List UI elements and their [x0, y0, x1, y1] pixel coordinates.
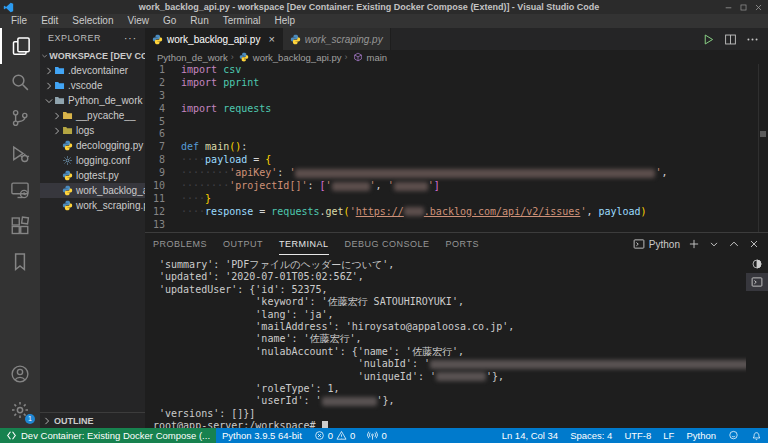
tree-item-label: __pycache__ [76, 110, 136, 121]
line-number: 6 [145, 128, 181, 141]
tab-label: work_backlog_api.py [167, 34, 260, 45]
menu-help[interactable]: Help [268, 14, 303, 28]
tree-item-decologging.py[interactable]: decologging.py [40, 138, 145, 153]
tree-item-__pycache__[interactable]: __pycache__ [40, 108, 145, 123]
menu-file[interactable]: File [4, 14, 34, 28]
workspace-section-header[interactable]: WORKSPACE [DEV CONTAIN... [40, 48, 145, 63]
status-feedback[interactable] [722, 430, 745, 441]
minimize-button[interactable] [724, 3, 733, 12]
panel-tab-debug-console[interactable]: DEBUG CONSOLE [345, 233, 430, 255]
shell-label: Python [649, 239, 680, 250]
outline-section[interactable]: OUTLINE [40, 412, 145, 428]
status-problems[interactable]: 00 [308, 430, 362, 441]
tree-item-logging.conf[interactable]: logging.conf [40, 153, 145, 168]
redacted-text [394, 182, 428, 191]
breadcrumb-item[interactable]: main [367, 52, 388, 63]
activity-settings[interactable]: 1 [0, 392, 40, 428]
more-actions-button[interactable] [746, 33, 759, 46]
chevron-right-icon [42, 416, 52, 426]
status-python-interpreter[interactable]: Python 3.9.5 64-bit [216, 430, 308, 441]
line-number: 5 [145, 116, 181, 129]
window-title: work_backlog_api.py - workspace [Dev Con… [14, 2, 724, 12]
panel-tab-problems[interactable]: PROBLEMS [153, 233, 207, 255]
menu-view[interactable]: View [121, 14, 157, 28]
tree-item-.vscode[interactable]: .vscode [40, 78, 145, 93]
chevron-right-icon [52, 126, 62, 136]
menu-go[interactable]: Go [156, 14, 183, 28]
maximize-panel-button[interactable] [728, 238, 740, 250]
terminal-python[interactable] [746, 255, 768, 273]
line-number: 12 [145, 206, 181, 219]
tree-item-label: work_scraping.py [76, 200, 145, 211]
editor-scrollbar[interactable] [758, 64, 768, 232]
activity-source-control[interactable] [0, 100, 40, 136]
tree-item-work_backlog_a...[interactable]: work_backlog_a... [40, 183, 145, 198]
breadcrumb-item[interactable]: work_backlog_api.py [253, 52, 342, 63]
panel-tab-ports[interactable]: PORTS [446, 233, 479, 255]
sidebar-more-actions[interactable]: ··· [124, 33, 137, 44]
status-indentation[interactable]: Spaces: 4 [564, 430, 618, 441]
tree-item-python_de_work[interactable]: Python_de_work [40, 93, 145, 108]
tab-close-button[interactable]: × [268, 33, 274, 45]
tree-item-logs[interactable]: logs [40, 123, 145, 138]
status-encoding[interactable]: UTF-8 [618, 430, 657, 441]
activity-run-and-debug[interactable] [0, 136, 40, 172]
panel-tab-terminal[interactable]: TERMINAL [279, 233, 329, 255]
remote-indicator[interactable]: Dev Container: Existing Docker Compose (… [0, 428, 216, 443]
activity-bookmarks[interactable] [0, 244, 40, 280]
redacted-text [295, 169, 655, 178]
run-python-file-button[interactable] [702, 33, 715, 46]
menu-selection[interactable]: Selection [65, 14, 120, 28]
terminal-line: 'name': '佐藤宏行', [153, 333, 746, 345]
account-icon [10, 364, 30, 384]
folder-icon [62, 110, 73, 121]
menu-edit[interactable]: Edit [34, 14, 65, 28]
tab-label: work_scraping.py [305, 34, 383, 45]
menu-run[interactable]: Run [183, 14, 215, 28]
terminal-line: 'summary': 'PDFファイルのヘッダーについて', [153, 259, 746, 271]
terminal-dropdown-button[interactable] [708, 238, 720, 250]
shell-selector[interactable]: Python [633, 238, 680, 250]
close-button[interactable] [754, 3, 763, 12]
python-icon [152, 34, 163, 45]
terminal-line: 'roleType': 1, [153, 383, 746, 395]
tree-item-logtest.py[interactable]: logtest.py [40, 168, 145, 183]
close-panel-button[interactable] [748, 238, 760, 250]
terminal-prompt[interactable]: root@app-server:/workspace# [153, 420, 746, 428]
terminal-output[interactable]: 'summary': 'PDFファイルのヘッダーについて', 'updated'… [145, 255, 746, 428]
breadcrumb: Python_de_work›work_backlog_api.py›main [145, 50, 768, 64]
activity-extensions[interactable] [0, 208, 40, 244]
status-eol[interactable]: LF [657, 430, 680, 441]
terminal-cursor [322, 421, 328, 428]
folder-icon [54, 95, 65, 106]
panel-tab-output[interactable]: OUTPUT [223, 233, 263, 255]
status-cursor-position[interactable]: Ln 14, Col 34 [496, 430, 565, 441]
editor-column: work_backlog_api.py × work_scraping.py P… [145, 28, 768, 428]
tree-item-work_scraping.py[interactable]: work_scraping.py [40, 198, 145, 213]
code-line: 6 [145, 128, 768, 141]
activity-search[interactable] [0, 64, 40, 100]
split-editor-button[interactable] [724, 33, 737, 46]
terminal-bash[interactable] [746, 273, 768, 291]
status-bar-right: Ln 14, Col 34Spaces: 4UTF-8LFPython [496, 430, 768, 441]
activity-remote-explorer[interactable] [0, 172, 40, 208]
run-debug-icon [10, 144, 30, 164]
status-language-mode[interactable]: Python [680, 430, 722, 441]
line-number: 2 [145, 77, 181, 90]
code-line: 10········'projectId[]': ['', ''] [145, 180, 768, 193]
status-notifications[interactable] [745, 430, 768, 441]
activity-explorer[interactable] [0, 28, 40, 64]
new-terminal-button[interactable] [688, 238, 700, 250]
menu-terminal[interactable]: Terminal [216, 14, 268, 28]
breadcrumb-item[interactable]: Python_de_work [157, 52, 228, 63]
tree-item-.devcontainer[interactable]: .devcontainer [40, 63, 145, 78]
tree-item-label: logs [76, 125, 94, 136]
folder-icon [62, 125, 73, 136]
editor-tab-work_scraping.py[interactable]: work_scraping.py [283, 28, 391, 50]
editor-tab-work_backlog_api.py[interactable]: work_backlog_api.py × [145, 28, 283, 50]
status-forwarded-ports[interactable]: 0 [361, 430, 392, 441]
code-editor[interactable]: 1import csv2import pprint34import reques… [145, 64, 768, 232]
activity-accounts[interactable] [0, 356, 40, 392]
code-line: 5 [145, 116, 768, 129]
maximize-button[interactable] [739, 3, 748, 12]
